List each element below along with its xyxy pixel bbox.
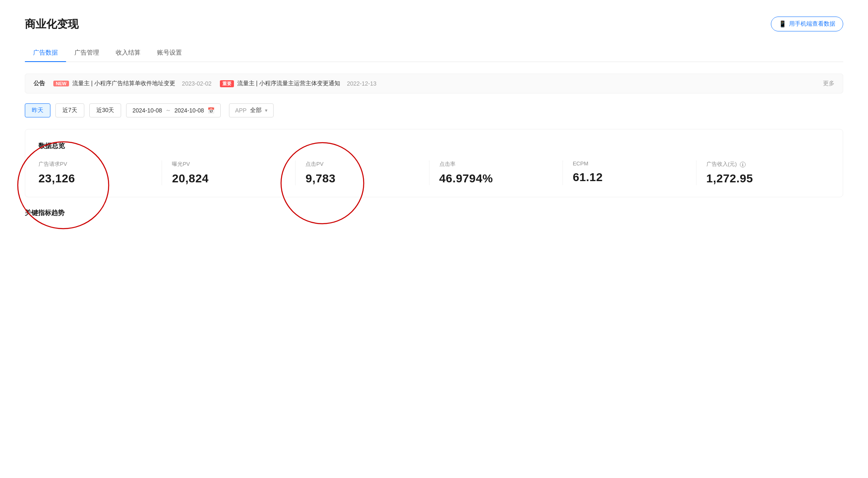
metric-value-ad-request: 23,126 [38, 172, 152, 185]
metric-click-pv: 点击PV 9,783 [296, 160, 429, 185]
announcement-date-2: 2022-12-13 [347, 80, 377, 87]
date-to: 2024-10-08 [174, 107, 204, 114]
announcement-bar: 公告 NEW 流量主 | 小程序广告结算单收件地址变更 2023-02-02 重… [25, 74, 843, 93]
metric-label-click: 点击PV [305, 160, 419, 168]
metric-value-click: 9,783 [305, 172, 419, 185]
app-filter-value: 全部 [250, 107, 262, 114]
trends-title: 关键指标趋势 [25, 209, 843, 217]
phone-icon: 📱 [779, 20, 787, 28]
mobile-view-label: 用手机端查看数据 [789, 20, 835, 28]
tab-account[interactable]: 账号设置 [149, 44, 190, 62]
date-range-picker[interactable]: 2024-10-08 ～ 2024-10-08 📅 [126, 103, 220, 117]
period-30days[interactable]: 近30天 [89, 103, 122, 117]
metrics-row: 广告请求PV 23,126 曝光PV 20,824 点击PV 9,783 点击率 [38, 160, 830, 185]
announcement-item-2[interactable]: 重要 流量主 | 小程序流量主运营主体变更通知 2022-12-13 [220, 80, 377, 87]
mobile-view-button[interactable]: 📱 用手机端查看数据 [771, 17, 843, 31]
app-filter-dropdown[interactable]: APP 全部 ▾ [229, 103, 274, 117]
metric-ecpm: ECPM 61.12 [563, 160, 696, 185]
tab-revenue[interactable]: 收入结算 [107, 44, 149, 62]
badge-new: NEW [53, 81, 69, 86]
period-7days[interactable]: 近7天 [55, 103, 84, 117]
announcement-item-1[interactable]: NEW 流量主 | 小程序广告结算单收件地址变更 2023-02-02 [53, 80, 212, 87]
tabs-nav: 广告数据 广告管理 收入结算 账号设置 [25, 44, 843, 62]
page-title: 商业化变现 [25, 17, 79, 31]
period-yesterday[interactable]: 昨天 [25, 103, 50, 117]
circle-annotation-1 [16, 138, 111, 233]
tab-ad-data[interactable]: 广告数据 [25, 44, 66, 62]
metric-ad-revenue: 广告收入(元) ℹ 1,272.95 [696, 160, 830, 185]
data-overview-card: 数据总览 广告请求PV 23,126 曝光PV 20,824 [25, 129, 843, 197]
metric-label-revenue: 广告收入(元) ℹ [706, 160, 820, 168]
tab-ad-manage[interactable]: 广告管理 [66, 44, 107, 62]
info-icon-revenue[interactable]: ℹ [740, 162, 746, 167]
announcement-label: 公告 [33, 80, 45, 87]
announcement-more[interactable]: 更多 [823, 80, 835, 87]
metric-label-click-rate: 点击率 [439, 160, 553, 168]
badge-important: 重要 [220, 80, 234, 87]
metric-value-exposure: 20,824 [172, 172, 285, 185]
announcement-text-2: 流量主 | 小程序流量主运营主体变更通知 [237, 80, 340, 87]
metric-label-exposure: 曝光PV [172, 160, 285, 168]
metric-value-revenue: 1,272.95 [706, 172, 820, 185]
chevron-down-icon: ▾ [265, 108, 267, 113]
date-from: 2024-10-08 [132, 107, 162, 114]
metric-label-ecpm: ECPM [573, 160, 686, 167]
trends-section: 关键指标趋势 [25, 209, 843, 217]
data-overview-title: 数据总览 [38, 142, 830, 151]
page-wrapper: 商业化变现 📱 用手机端查看数据 广告数据 广告管理 收入结算 账号设置 公告 … [0, 0, 868, 478]
metric-click-rate: 点击率 46.9794% [429, 160, 563, 185]
metric-exposure-pv: 曝光PV 20,824 [162, 160, 296, 185]
announcement-text-1: 流量主 | 小程序广告结算单收件地址变更 [72, 80, 175, 87]
metric-value-ecpm: 61.12 [573, 171, 686, 184]
metric-value-click-rate: 46.9794% [439, 172, 553, 185]
metric-label-ad-request: 广告请求PV [38, 160, 152, 168]
announcement-date-1: 2023-02-02 [182, 80, 212, 87]
metric-ad-request-pv: 广告请求PV 23,126 [38, 160, 162, 185]
filter-bar: 昨天 近7天 近30天 2024-10-08 ～ 2024-10-08 📅 AP… [25, 103, 843, 117]
date-separator: ～ [165, 107, 171, 114]
calendar-icon: 📅 [207, 107, 215, 114]
page-header: 商业化变现 📱 用手机端查看数据 [25, 17, 843, 31]
app-filter-label: APP [235, 107, 247, 114]
